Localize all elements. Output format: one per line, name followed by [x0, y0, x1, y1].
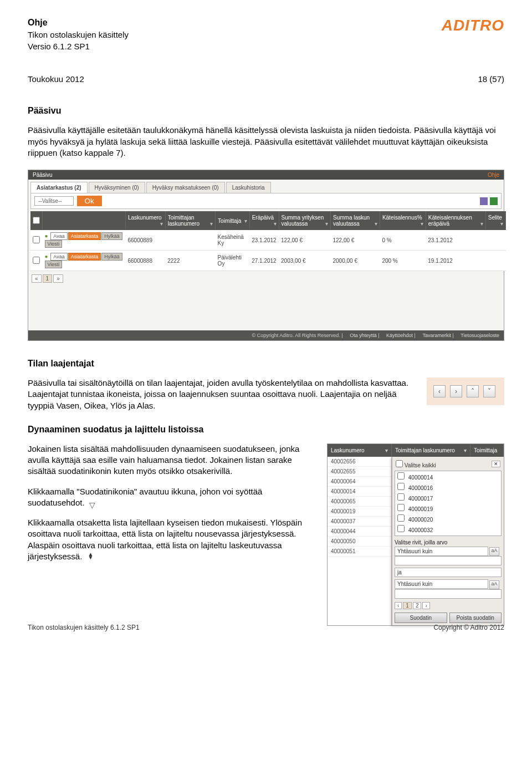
section3-p2: Klikkaamalla "Suodatinikonia" avautuu ik…: [28, 486, 316, 509]
filter-op1-select[interactable]: Yhtäsuuri kuin: [395, 547, 488, 556]
list-item: 40000014: [328, 487, 391, 497]
pager-prev[interactable]: «: [32, 274, 42, 283]
header-version: Versio 6.1.2 SP1: [28, 40, 129, 52]
save-icon[interactable]: [480, 197, 488, 205]
shot1-table: Laskunumero▾ Toimittajan laskunumero▾ To…: [30, 211, 506, 271]
col-toimittajan-laskunumero[interactable]: Toimittajan laskunumero▾: [165, 211, 215, 230]
section2-heading: Tilan laajentajat: [28, 359, 504, 369]
cell-laskunumero: 66000888: [126, 251, 166, 271]
cell-summa1: 2003,00 €: [279, 251, 330, 271]
cell-erapaiva: 23.1.2012: [249, 230, 279, 251]
footer-terms[interactable]: Käyttöehdot: [386, 333, 413, 338]
action-select[interactable]: --Valitse--: [34, 196, 74, 206]
pager-page[interactable]: 1: [43, 274, 53, 283]
expander-left-icon[interactable]: ‹: [433, 385, 446, 397]
col-kateisalennus[interactable]: Käteisalennus%▾: [380, 211, 426, 230]
col-selite[interactable]: Selite▾: [485, 211, 505, 230]
asiatarkasta-button[interactable]: Asiatarkasta: [68, 253, 101, 261]
col-erapaiva[interactable]: Eräpäivä▾: [249, 211, 279, 230]
meta-row: Toukokuu 2012 18 (57): [28, 74, 504, 84]
hylkaa-button[interactable]: Hylkää: [101, 232, 122, 240]
viesti-button[interactable]: Viesti: [45, 261, 63, 268]
filter-pager-2[interactable]: 2: [413, 602, 422, 609]
section2-body: Pääsivulla tai sisältönäytöillä on tilan…: [28, 378, 416, 411]
shot1-help-link[interactable]: Ohje: [488, 172, 499, 178]
apply-filter-button[interactable]: Suodatin: [395, 613, 447, 623]
filter-pager-next[interactable]: ›: [422, 602, 429, 609]
footer-privacy[interactable]: Tietosuojaseloste: [461, 333, 499, 338]
tab-laskuhistoria[interactable]: Laskuhistoria: [226, 182, 271, 193]
hdr-laskunumero[interactable]: Laskunumero▾: [328, 444, 392, 457]
ok-button[interactable]: Ok: [77, 196, 102, 206]
expander-right-icon[interactable]: ›: [450, 385, 462, 397]
expander-down-icon[interactable]: ˅: [483, 385, 495, 397]
screenshot-paasivu: Pääsivu Ohje Asiatarkastus (2) Hyväksymi…: [28, 170, 504, 341]
col-laskunumero[interactable]: Laskunumero▾: [126, 211, 166, 230]
tab-hyvaksyminen[interactable]: Hyväksyminen (0): [89, 182, 145, 193]
header-title: Ohje: [28, 17, 129, 29]
cell-toimnum: [165, 230, 215, 251]
hdr-toimittajan-laskunumero[interactable]: Toimittajan laskunumero▾: [392, 444, 470, 457]
viesti-button[interactable]: Viesti: [45, 240, 63, 248]
list-item: 40000019: [328, 507, 391, 517]
tab-asiatarkastus[interactable]: Asiatarkastus (2): [30, 182, 88, 193]
cell-alepvm: 19.1.2012: [426, 251, 485, 271]
filter-option[interactable]: 40000014: [395, 471, 501, 482]
avaa-button[interactable]: Avaa: [50, 253, 67, 261]
select-all-label[interactable]: Valitse kaikki: [396, 460, 436, 468]
footer-trademarks[interactable]: Tavaramerkit: [422, 333, 451, 338]
hylkaa-button[interactable]: Hylkää: [101, 253, 122, 261]
close-icon[interactable]: ✕: [492, 461, 500, 467]
filter-option[interactable]: 40000032: [395, 524, 501, 534]
table-row: ● AvaaAsiatarkastaHylkääViesti 66000888 …: [30, 251, 506, 271]
section3-heading: Dynaaminen suodatus ja lajittelu listois…: [28, 425, 504, 435]
filter-pager-1[interactable]: 1: [403, 602, 412, 609]
list-item: 40000065: [328, 497, 391, 507]
filter-value2-input[interactable]: [395, 589, 502, 599]
expander-up-icon[interactable]: ˄: [467, 385, 479, 397]
sort-arrows-icon: ▲▼: [88, 553, 94, 559]
case-toggle-button[interactable]: aA: [489, 547, 499, 556]
case-toggle-button-2[interactable]: aA: [489, 580, 499, 589]
filter-option[interactable]: 40000019: [395, 503, 501, 513]
list-item: 40000044: [328, 527, 391, 537]
col-summa-laskun[interactable]: Summa laskun valuutassa▾: [331, 211, 380, 230]
tab-hyvaksy-maksatukseen[interactable]: Hyväksy maksatukseen (0): [146, 182, 225, 193]
clear-filter-button[interactable]: Poista suodatin: [449, 613, 502, 623]
export-excel-icon[interactable]: [490, 197, 498, 205]
hdr-toimittaja[interactable]: Toimittaja: [470, 444, 504, 457]
filter-option[interactable]: 40000020: [395, 513, 501, 524]
cell-laskunumero: 66000889: [126, 230, 166, 251]
row-checkbox[interactable]: [33, 257, 40, 264]
filter-pager-prev[interactable]: ‹: [395, 602, 402, 609]
select-all-checkbox[interactable]: [33, 217, 40, 224]
cell-alepct: 200 %: [380, 251, 426, 271]
list-item: 40000037: [328, 517, 391, 527]
footer-left: Tikon ostolaskujen käsittely 6.1.2 SP1: [28, 624, 140, 631]
list-item: 40002656: [328, 457, 391, 467]
filter-option[interactable]: 40000017: [395, 492, 501, 503]
filter-value1-input[interactable]: [395, 556, 502, 565]
status-dot-icon: ●: [45, 253, 48, 259]
select-all-checkbox[interactable]: [396, 460, 403, 467]
filter-popup: Valitse kaikki ✕ 40000014 40000016 40000…: [392, 457, 504, 625]
avaa-button[interactable]: Avaa: [50, 232, 67, 240]
cell-summa1: 122,00 €: [279, 230, 330, 251]
cell-erapaiva: 27.1.2012: [249, 251, 279, 271]
filter-op2-select[interactable]: Yhtäsuuri kuin: [395, 579, 488, 589]
col-summa-yrityksen[interactable]: Summa yrityksen valuutassa▾: [279, 211, 330, 230]
row-checkbox[interactable]: [33, 236, 40, 243]
pager-next[interactable]: »: [53, 274, 63, 283]
footer-contact[interactable]: Ota yhteyttä: [350, 333, 377, 338]
list-item: 40002655: [328, 467, 391, 477]
filter-options-list[interactable]: 40000014 40000016 40000017 40000019 4000…: [395, 471, 502, 536]
filter-option[interactable]: 40000016: [395, 482, 501, 492]
list-item: 40000064: [328, 477, 391, 487]
cell-summa2: 2000,00 €: [331, 251, 380, 271]
filter-join-select[interactable]: ja: [395, 568, 502, 577]
section3-text: Jokainen lista sisältää mahdollisuuden d…: [28, 443, 316, 571]
filter-choose-label: Valitse rivit, joilla arvo: [395, 539, 502, 545]
asiatarkasta-button[interactable]: Asiatarkasta: [68, 232, 101, 240]
col-kateisalennus-pvm[interactable]: Käteisalennuksen eräpäivä▾: [426, 211, 485, 230]
col-toimittaja[interactable]: Toimittaja▾: [216, 211, 250, 230]
